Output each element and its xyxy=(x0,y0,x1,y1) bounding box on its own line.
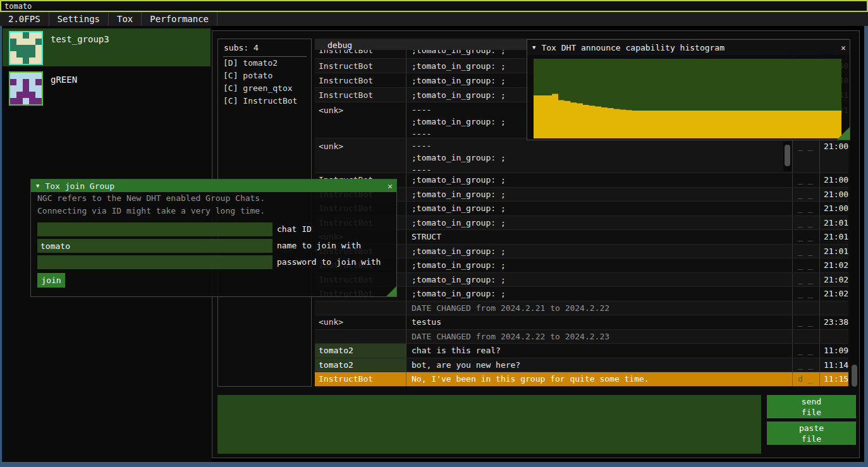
timestamp: 21:02 xyxy=(820,273,848,287)
timestamp xyxy=(820,330,848,344)
collapse-arrow-icon[interactable]: ▼ xyxy=(31,183,45,189)
timestamp: 21:00 xyxy=(820,202,848,215)
send-file-button[interactable]: send file xyxy=(767,395,856,418)
receipt-marks: _ _ xyxy=(793,273,820,287)
receipt-marks: _ _ xyxy=(793,315,820,329)
dht-histogram-titlebar[interactable]: ▼ Tox DHT announce capability histogram … xyxy=(527,40,850,55)
sender-cell: InstructBot xyxy=(315,59,406,73)
chat-id-field[interactable] xyxy=(37,222,272,236)
message-cell: chat is this real? xyxy=(406,344,793,358)
member-item[interactable]: [D] tomato2 xyxy=(218,57,311,70)
receipt-marks: _ _ xyxy=(793,188,820,202)
sender-cell: tomato2 xyxy=(315,344,406,358)
message-cell: DATE CHANGED from 2024.2.21 to 2024.2.22 xyxy=(406,301,793,315)
message-row: <unk>----;tomato_in_group: ;----_ _21:00 xyxy=(315,138,848,173)
receipt-marks xyxy=(793,301,820,315)
message-cell: STRUCT xyxy=(406,230,793,244)
member-item[interactable]: [C] green_qtox xyxy=(218,82,311,95)
receipt-marks: _ _ xyxy=(793,216,820,230)
join-name-field[interactable] xyxy=(37,239,272,253)
system-row: DATE CHANGED from 2024.2.21 to 2024.2.22 xyxy=(315,301,848,316)
close-icon[interactable]: ✕ xyxy=(384,181,396,191)
chat-scrollbar-thumb[interactable] xyxy=(852,365,857,387)
join-group-title: Tox join Group xyxy=(45,181,114,191)
message-cell-scrollbar-thumb[interactable] xyxy=(785,145,790,166)
message-cell: ;tomato_in_group: ; xyxy=(406,258,793,272)
message-cell: ;tomato_in_group: ; xyxy=(406,202,793,215)
sender-cell: <unk> xyxy=(315,102,406,138)
join-password-field[interactable] xyxy=(37,255,272,269)
sender-cell: <unk> xyxy=(315,138,406,173)
dht-histogram-window: ▼ Tox DHT announce capability histogram … xyxy=(527,39,850,140)
timestamp: 21:00 xyxy=(820,138,848,173)
menu-bar: 2.0FPSSettingsToxPerformance xyxy=(0,12,868,26)
os-titlebar[interactable]: tomato xyxy=(0,0,868,12)
join-password-label: password to join with xyxy=(272,255,381,269)
join-group-window: ▼ Tox join Group ✕ NGC refers to the New… xyxy=(30,179,397,297)
window-border-bottom xyxy=(0,462,868,467)
receipt-marks: _ _ xyxy=(793,230,820,244)
receipt-marks: _ _ xyxy=(793,344,820,358)
resize-grip[interactable] xyxy=(837,127,850,140)
menu-item-settings[interactable]: Settings xyxy=(49,12,108,26)
sender-cell: InstructBot xyxy=(315,73,406,87)
receipt-marks: _ _ xyxy=(793,245,820,258)
join-name-label: name to join with xyxy=(272,239,361,253)
group-avatar xyxy=(9,31,43,65)
message-cell: ;tomato_in_group: ; xyxy=(406,216,793,230)
message-cell-scrollbar[interactable] xyxy=(783,142,792,171)
message-cell: ;tomato_in_group: ; xyxy=(406,245,793,258)
receipt-marks: _ _ xyxy=(793,358,820,372)
chat-scrollbar[interactable] xyxy=(850,39,859,387)
menu-item-tox[interactable]: Tox xyxy=(109,12,141,26)
sidebar-group-gREEN[interactable]: gREEN xyxy=(3,69,211,107)
menu-item-2.0fps[interactable]: 2.0FPS xyxy=(0,12,49,26)
join-info-line: Connecting via ID might take a very long… xyxy=(31,205,396,217)
timestamp: 21:02 xyxy=(820,258,848,272)
join-button[interactable]: join xyxy=(37,273,65,288)
window-border-right xyxy=(864,12,868,462)
timestamp xyxy=(820,301,848,315)
join-group-titlebar[interactable]: ▼ Tox join Group ✕ xyxy=(31,179,396,192)
timestamp: 21:00 xyxy=(820,173,848,187)
timestamp: 21:01 xyxy=(820,245,848,258)
join-info-line: NGC refers to the New DHT enabled Group … xyxy=(31,192,396,205)
member-item[interactable]: [C] InstructBot xyxy=(218,95,311,107)
sidebar-group-test_group3[interactable]: test_group3 xyxy=(3,28,211,66)
menu-separator xyxy=(217,12,217,26)
member-item[interactable]: [C] potato xyxy=(218,70,311,82)
close-icon[interactable]: ✕ xyxy=(837,43,850,52)
message-cell: DATE CHANGED from 2024.2.22 to 2024.2.23 xyxy=(406,330,793,344)
menu-item-performance[interactable]: Performance xyxy=(142,12,217,26)
paste-file-button[interactable]: paste file xyxy=(767,422,856,445)
receipt-marks: _ _ xyxy=(793,258,820,272)
dht-histogram-title: Tox DHT announce capability histogram xyxy=(541,43,724,52)
receipt-marks xyxy=(793,330,820,344)
receipt-marks: _ _ xyxy=(793,173,820,187)
collapse-arrow-icon[interactable]: ▼ xyxy=(527,44,541,51)
timestamp: 21:02 xyxy=(820,287,848,301)
message-cell: No, I've been in this group for quite so… xyxy=(406,372,793,386)
message-cell: ;tomato_in_group: ; xyxy=(406,287,793,301)
group-avatar xyxy=(9,71,43,106)
message-input[interactable] xyxy=(217,395,761,454)
resize-grip[interactable] xyxy=(386,286,396,296)
sender-cell xyxy=(315,330,406,344)
sender-cell: InstructBot xyxy=(315,88,406,102)
message-row: <unk>testus_ _23:38 xyxy=(315,315,848,330)
group-name: gREEN xyxy=(51,75,77,107)
message-row: tomato2bot, are you new here?_ _11:14 xyxy=(315,358,848,373)
subs-count-label: subs: 4 xyxy=(218,39,311,52)
sender-cell: tomato2 xyxy=(315,358,406,372)
system-row: DATE CHANGED from 2024.2.22 to 2024.2.23 xyxy=(315,330,848,344)
receipt-marks: _ _ xyxy=(793,287,820,301)
message-cell: bot, are you new here? xyxy=(406,358,793,372)
tab-debug[interactable]: debug xyxy=(315,40,352,51)
message-cell: testus xyxy=(406,315,793,329)
subs-separator xyxy=(223,56,307,57)
message-cell: ----;tomato_in_group: ;---- xyxy=(406,138,793,173)
timestamp: 11:15 xyxy=(820,372,848,386)
timestamp: 11:09 xyxy=(820,344,848,358)
timestamp: 21:01 xyxy=(820,216,848,230)
message-row: tomato2chat is this real?_ _11:09 xyxy=(315,344,848,358)
